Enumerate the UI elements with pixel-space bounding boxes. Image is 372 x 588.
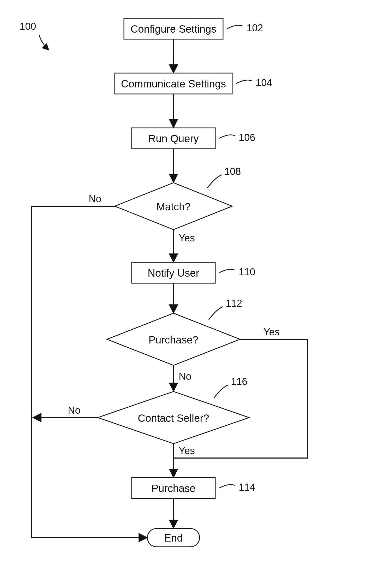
node-purchase-decision-label: Purchase? <box>148 334 198 346</box>
node-notify-user: Notify User <box>132 262 215 283</box>
leader-110 <box>219 269 235 273</box>
edge-112-no-label: No <box>179 371 191 382</box>
ref-116: 116 <box>231 376 247 387</box>
node-configure-settings-label: Configure Settings <box>130 23 216 35</box>
leader-108 <box>207 175 222 188</box>
edge-116-yes-label: Yes <box>179 445 195 456</box>
node-end-label: End <box>164 532 183 544</box>
ref-114: 114 <box>239 482 255 493</box>
ref-112: 112 <box>226 298 242 309</box>
leader-104 <box>236 80 252 84</box>
node-contact-seller-label: Contact Seller? <box>138 412 209 424</box>
ref-104: 104 <box>256 77 272 88</box>
node-run-query: Run Query <box>132 128 215 149</box>
leader-102 <box>227 25 243 29</box>
ref-106: 106 <box>239 132 255 143</box>
ref-108: 108 <box>224 166 241 177</box>
node-communicate-settings-label: Communicate Settings <box>121 78 226 90</box>
node-purchase-label: Purchase <box>152 483 196 494</box>
edge-116-no-label: No <box>68 405 81 416</box>
edge-108-no-label: No <box>89 193 101 204</box>
leader-112 <box>209 307 223 320</box>
node-run-query-label: Run Query <box>148 133 199 144</box>
node-notify-user-label: Notify User <box>148 267 199 279</box>
node-contact-seller: Contact Seller? <box>98 391 249 444</box>
edge-112-yes-label: Yes <box>263 326 280 337</box>
leader-114 <box>219 485 235 488</box>
node-configure-settings: Configure Settings <box>124 18 223 39</box>
leader-116 <box>214 385 228 398</box>
node-purchase: Purchase <box>132 478 215 498</box>
node-match: Match? <box>115 183 232 230</box>
node-purchase-decision: Purchase? <box>107 313 240 365</box>
node-match-label: Match? <box>156 201 190 212</box>
edge-108-yes-label: Yes <box>179 233 195 243</box>
leader-106 <box>219 135 235 138</box>
edge-no-loop-to-end <box>31 206 146 538</box>
ref-102: 102 <box>247 22 263 33</box>
node-end: End <box>147 528 200 547</box>
flowchart-svg: Configure Settings 102 Communicate Setti… <box>0 0 372 588</box>
flowchart-canvas: 100 Configure Settings 102 Communicate S… <box>0 0 372 588</box>
ref-110: 110 <box>239 266 255 277</box>
figure-ref-arrow <box>39 35 48 50</box>
node-communicate-settings: Communicate Settings <box>115 73 232 94</box>
